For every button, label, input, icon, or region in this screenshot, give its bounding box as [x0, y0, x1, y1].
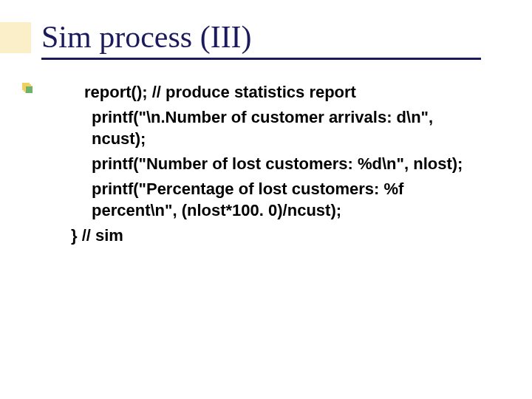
code-line: } // sim [71, 225, 485, 247]
code-line: printf("Number of lost customers: %d\n",… [92, 153, 485, 175]
title-underline [41, 58, 481, 60]
accent-box [0, 22, 31, 53]
bullet-icon [25, 86, 33, 93]
code-line: printf("\n.Number of customer arrivals: … [92, 106, 485, 150]
slide-title: Sim process (III) [41, 19, 510, 55]
code-line: printf("Percentage of lost customers: %f… [92, 178, 485, 222]
title-wrap: Sim process (III) [41, 19, 510, 60]
code-line: report(); // produce statistics report [84, 81, 485, 103]
code-body: report(); // produce statistics report p… [71, 81, 485, 250]
